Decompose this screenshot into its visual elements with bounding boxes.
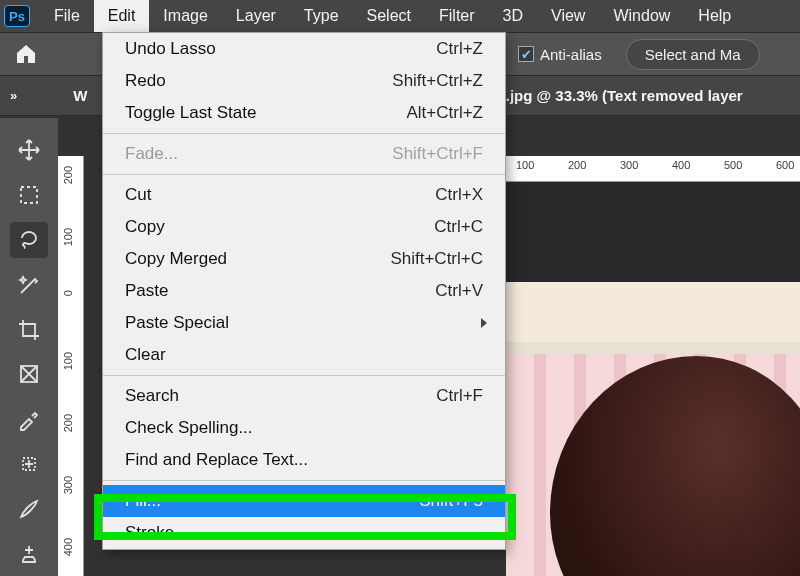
menu-item-shortcut: Ctrl+V [435,281,483,301]
menubar: Ps FileEditImageLayerTypeSelectFilter3DV… [0,0,800,32]
menu-item-copy[interactable]: CopyCtrl+C [103,211,505,243]
menu-item-find-and-replace-text-[interactable]: Find and Replace Text... [103,444,505,476]
ruler-mark: 500 [724,159,742,171]
menu-item-label: Check Spelling... [125,418,483,438]
menu-image[interactable]: Image [149,0,221,32]
menu-item-toggle-last-state[interactable]: Toggle Last StateAlt+Ctrl+Z [103,97,505,129]
menu-item-label: Stroke... [125,523,483,543]
canvas-pasteboard [506,182,800,282]
checkmark-icon: ✔ [518,46,534,62]
menu-item-redo[interactable]: RedoShift+Ctrl+Z [103,65,505,97]
menu-item-clear[interactable]: Clear [103,339,505,371]
menu-item-shortcut: Shift+F5 [419,491,483,511]
menu-item-shortcut: Ctrl+X [435,185,483,205]
document-tab-suffix[interactable]: 1.jpg @ 33.3% (Text removed layer [497,87,742,104]
menu-item-label: Redo [125,71,392,91]
ruler-mark: 200 [568,159,586,171]
menu-item-label: Paste [125,281,435,301]
horizontal-ruler: 100200300400500600 [506,156,800,182]
ruler-mark: 200 [62,166,74,184]
brush-tool[interactable] [10,490,48,527]
chevron-right-icon [481,318,487,328]
menu-item-shortcut: Ctrl+C [434,217,483,237]
menu-type[interactable]: Type [290,0,353,32]
menu-separator [103,375,505,376]
canvas-image[interactable] [506,282,800,576]
menu-file[interactable]: File [40,0,94,32]
ruler-mark: 300 [62,476,74,494]
menu-item-search[interactable]: SearchCtrl+F [103,380,505,412]
menu-item-shortcut: Ctrl+Z [436,39,483,59]
menu-item-fade-: Fade...Shift+Ctrl+F [103,138,505,170]
menu-item-label: Fill... [125,491,419,511]
menu-item-stroke-[interactable]: Stroke... [103,517,505,549]
menu-item-paste-special[interactable]: Paste Special [103,307,505,339]
menu-item-fill-[interactable]: Fill...Shift+F5 [103,485,505,517]
menu-item-shortcut: Alt+Ctrl+Z [406,103,483,123]
menu-item-shortcut: Shift+Ctrl+Z [392,71,483,91]
menu-window[interactable]: Window [599,0,684,32]
edit-menu-dropdown: Undo LassoCtrl+ZRedoShift+Ctrl+ZToggle L… [102,32,506,550]
ruler-mark: 300 [620,159,638,171]
anti-alias-checkbox[interactable]: ✔ Anti-alias [518,46,602,63]
menu-item-shortcut: Ctrl+F [436,386,483,406]
ruler-mark: 400 [672,159,690,171]
menu-item-label: Copy Merged [125,249,390,269]
menu-edit[interactable]: Edit [94,0,150,32]
menu-item-label: Clear [125,345,483,365]
move-tool[interactable] [10,132,48,169]
ruler-mark: 100 [62,352,74,370]
menu-item-label: Cut [125,185,435,205]
marquee-tool[interactable] [10,177,48,214]
menu-separator [103,480,505,481]
eyedropper-tool[interactable] [10,401,48,438]
menu-item-label: Undo Lasso [125,39,436,59]
menu-layer[interactable]: Layer [222,0,290,32]
lasso-tool[interactable] [10,222,48,259]
menu-help[interactable]: Help [684,0,745,32]
select-and-mask-button[interactable]: Select and Ma [626,39,760,70]
ruler-mark: 100 [62,228,74,246]
menu-item-label: Find and Replace Text... [125,450,483,470]
crop-tool[interactable] [10,311,48,348]
menu-item-check-spelling-[interactable]: Check Spelling... [103,412,505,444]
menu-item-label: Fade... [125,144,392,164]
menu-3d[interactable]: 3D [489,0,537,32]
menu-item-label: Toggle Last State [125,103,406,123]
chevron-right-icon[interactable]: » [10,88,17,103]
home-icon[interactable] [14,42,38,66]
ruler-mark: 0 [62,290,74,296]
clone-stamp-tool[interactable] [10,535,48,572]
menu-select[interactable]: Select [353,0,425,32]
svg-rect-0 [21,187,37,203]
menu-separator [103,174,505,175]
menu-separator [103,133,505,134]
menu-item-label: Paste Special [125,313,483,333]
menu-filter[interactable]: Filter [425,0,489,32]
menu-item-label: Copy [125,217,434,237]
ruler-mark: 200 [62,414,74,432]
menu-item-copy-merged[interactable]: Copy MergedShift+Ctrl+C [103,243,505,275]
menu-item-shortcut: Shift+Ctrl+C [390,249,483,269]
magic-wand-tool[interactable] [10,266,48,303]
vertical-ruler: 2001000100200300400 [58,156,84,576]
ruler-mark: 100 [516,159,534,171]
menu-item-undo-lasso[interactable]: Undo LassoCtrl+Z [103,33,505,65]
ruler-mark: 600 [776,159,794,171]
ruler-mark: 400 [62,538,74,556]
document-tab-prefix[interactable]: W [73,87,87,104]
menu-item-shortcut: Shift+Ctrl+F [392,144,483,164]
tools-panel [0,118,58,576]
menu-view[interactable]: View [537,0,599,32]
frame-tool[interactable] [10,356,48,393]
menu-item-cut[interactable]: CutCtrl+X [103,179,505,211]
healing-brush-tool[interactable] [10,446,48,483]
menu-item-paste[interactable]: PasteCtrl+V [103,275,505,307]
app-logo-icon: Ps [4,5,30,27]
menu-item-label: Search [125,386,436,406]
anti-alias-label: Anti-alias [540,46,602,63]
